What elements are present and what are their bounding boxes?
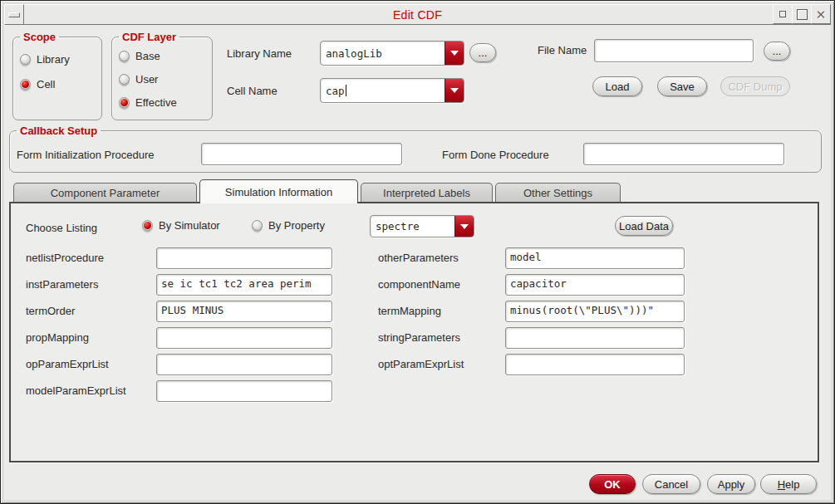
tab-other-settings[interactable]: Other Settings (495, 183, 621, 202)
apply-button-label: Apply (718, 478, 745, 491)
termOrder-input[interactable]: PLUS MINUS (156, 301, 332, 322)
opParamExprList-label: opParamExprList (26, 358, 109, 370)
modelParamExprList-input[interactable] (156, 380, 332, 402)
otherParameters-input[interactable]: model (505, 247, 685, 269)
radio-icon (20, 54, 31, 65)
load-data-button[interactable]: Load Data (615, 216, 673, 236)
termMapping-label: termMapping (378, 305, 441, 317)
maximize-button[interactable] (792, 4, 812, 24)
propMapping-label: propMapping (26, 331, 89, 344)
choose-listing-label: Choose Listing (26, 222, 97, 234)
tab-label: Simulation Information (225, 186, 332, 198)
save-button[interactable]: Save (657, 76, 707, 96)
cell-name-value: cap (321, 79, 445, 102)
simulator-combo[interactable]: spectre (370, 215, 474, 237)
opParamExprList-input[interactable] (156, 354, 332, 375)
radio-label: Cell (37, 78, 55, 91)
tab-interpreted-labels[interactable]: Interpreted Labels (361, 183, 493, 202)
radio-label: By Simulator (159, 219, 220, 232)
cdf-layer-group-title: CDF Layer (119, 31, 179, 43)
callback-setup-group: Callback Setup Form Initialization Proce… (9, 125, 822, 173)
radio-icon (142, 220, 153, 231)
radio-by-simulator[interactable]: By Simulator (142, 219, 220, 232)
chevron-down-icon (450, 51, 459, 56)
window-menu-button[interactable] (4, 4, 24, 25)
radio-label: User (135, 73, 158, 86)
library-name-label: Library Name (227, 47, 292, 60)
radio-scope-cell[interactable]: Cell (20, 78, 55, 91)
radio-by-property[interactable]: By Property (252, 219, 325, 232)
library-name-value: analogLib (321, 42, 445, 65)
scope-group-title: Scope (20, 31, 59, 43)
load-button-label: Load (606, 81, 630, 93)
text-cursor (346, 85, 346, 96)
radio-icon (20, 79, 31, 90)
ok-button[interactable]: OK (589, 474, 636, 494)
load-data-button-label: Load Data (619, 220, 669, 232)
iconify-button[interactable] (773, 4, 793, 24)
simulator-dropdown-button[interactable] (454, 216, 474, 237)
window-title: Edit CDF (393, 8, 442, 22)
library-browse-button[interactable]: ... (469, 43, 496, 62)
stringParameters-input[interactable] (505, 327, 685, 349)
cancel-button[interactable]: Cancel (642, 474, 700, 494)
cdf-layer-group: CDF Layer Base User Effective (111, 31, 213, 120)
iconify-icon (779, 11, 786, 17)
file-browse-button[interactable]: ... (764, 42, 790, 61)
file-name-input[interactable] (594, 39, 754, 62)
apply-button[interactable]: Apply (707, 474, 755, 494)
file-name-label: File Name (538, 44, 587, 56)
close-icon: ✕ (816, 8, 827, 21)
radio-label: Library (37, 53, 70, 66)
maximize-icon (797, 9, 808, 20)
form-done-input[interactable] (583, 143, 784, 165)
save-button-label: Save (670, 81, 695, 93)
scope-group: Scope Library Cell (12, 31, 102, 120)
cell-name-combo[interactable]: cap (320, 78, 464, 103)
library-name-dropdown-button[interactable] (445, 42, 464, 65)
close-button[interactable]: ✕ (811, 4, 831, 24)
cancel-button-label: Cancel (655, 478, 688, 491)
stringParameters-label: stringParameters (378, 331, 460, 344)
help-button-label: elp (785, 478, 799, 491)
tab-simulation-information[interactable]: Simulation Information (199, 179, 358, 203)
radio-label: By Property (268, 219, 325, 232)
cell-name-label: Cell Name (227, 85, 278, 97)
radio-icon (252, 220, 263, 231)
propMapping-input[interactable] (156, 327, 332, 349)
instParameters-label: instParameters (26, 278, 98, 291)
radio-layer-user[interactable]: User (119, 73, 158, 86)
simulator-value: spectre (371, 216, 454, 237)
radio-layer-effective[interactable]: Effective (119, 96, 177, 109)
form-init-input[interactable] (201, 143, 402, 165)
cdf-dump-button[interactable]: CDF Dump (720, 76, 790, 96)
radio-layer-base[interactable]: Base (119, 50, 160, 62)
library-name-combo[interactable]: analogLib (320, 41, 464, 66)
componentName-label: componentName (378, 278, 460, 291)
browse-button-label: ... (479, 46, 488, 59)
tab-label: Interpreted Labels (383, 187, 470, 199)
termOrder-label: termOrder (26, 305, 75, 317)
radio-scope-library[interactable]: Library (20, 53, 70, 66)
radio-label: Effective (135, 96, 177, 109)
title-bar[interactable]: Edit CDF (4, 4, 831, 25)
tab-component-parameter[interactable]: Component Parameter (13, 183, 197, 202)
load-button[interactable]: Load (592, 76, 642, 96)
termMapping-input[interactable]: minus(root(\"PLUS\")))" (505, 301, 685, 322)
tab-label: Component Parameter (51, 187, 160, 199)
window-menu-icon (8, 12, 20, 17)
instParameters-input[interactable]: se ic tc1 tc2 area perim (156, 274, 332, 296)
help-button[interactable]: Help (760, 474, 817, 494)
optParamExprList-label: optParamExprList (378, 358, 464, 370)
netlistProcedure-input[interactable] (156, 247, 332, 269)
componentName-input[interactable]: capacitor (505, 274, 685, 296)
cell-name-dropdown-button[interactable] (445, 79, 464, 102)
chevron-down-icon (460, 224, 469, 229)
cdf-dump-button-label: CDF Dump (728, 81, 782, 93)
form-done-label: Form Done Procedure (442, 149, 549, 161)
callback-setup-title: Callback Setup (17, 125, 101, 137)
edit-cdf-dialog: Edit CDF ✕ Scope Library Cell CDF Layer … (0, 0, 835, 504)
optParamExprList-input[interactable] (505, 354, 685, 375)
tab-label: Other Settings (523, 187, 592, 199)
radio-icon (119, 97, 130, 108)
